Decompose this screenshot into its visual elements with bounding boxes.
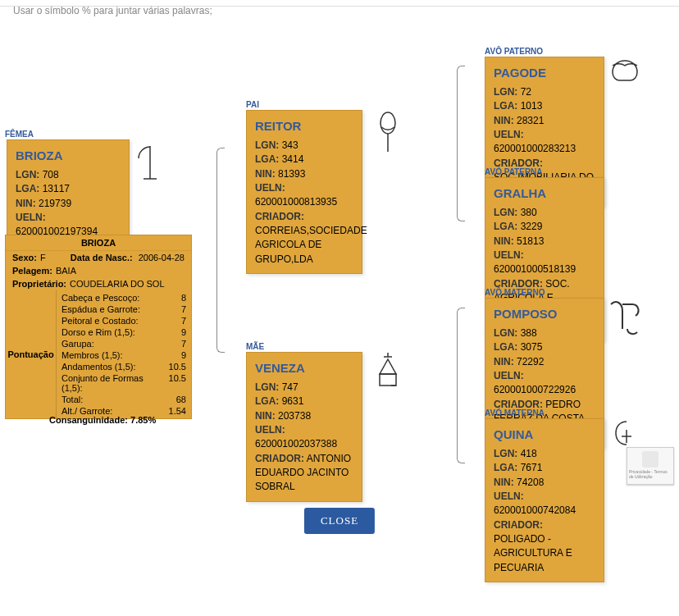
brand-mae-icon [374,353,402,398]
pedigree-layout: FÊMEA BRIOZA LGN: 708 LGA: 13117 NIN: 21… [0,16,679,541]
bracket-maternal [457,308,465,463]
pontuacao-row: Cabeça e Pescoço:8 [62,292,186,303]
pontuacao-row: Garupa:7 [62,338,186,349]
brand-avop-icon [609,57,640,97]
bracket-parent [216,148,225,353]
pontuacao-row: Membros (1,5):9 [62,349,186,361]
consang: Consanguinidade: 7.85% [49,415,156,425]
label-avom: AVÔ MATERNO [485,288,545,297]
close-button[interactable]: CLOSE [304,508,375,534]
card-avoma: QUINA LGN: 418 LGA: 7671 NIN: 74208 UELN… [485,418,604,582]
pontuacao-row: Conjunto de Formas (1,5):10.5 [62,372,186,394]
card-pai: REITOR LGN: 343 LGA: 3414 NIN: 81393 UEL… [246,110,362,274]
details-header: BRIOZA [6,235,191,251]
label-pai: PAI [246,100,259,109]
pontuacao-label: Pontuação [6,290,57,418]
brand-avom-icon [609,299,642,339]
pontuacao-row: Peitoral e Costado:7 [62,315,186,326]
label-femea: FÊMEA [5,130,34,139]
pontuacao-row: Andamentos (1,5):10.5 [62,361,186,372]
bracket-paternal [457,66,465,221]
hint-text: Usar o símbolo % para juntar várias pala… [0,5,679,16]
femea-name: BRIOZA [16,147,121,165]
label-avop: AVÔ PATERNO [485,47,543,56]
label-avoma: AVÓ MATERNA [485,408,545,418]
card-mae: VENEZA LGN: 747 LGA: 9631 NIN: 203738 UE… [246,352,362,502]
recaptcha-badge: Privacidade - Termos de Utilização [627,447,674,485]
recaptcha-icon [642,451,658,468]
svg-point-0 [381,112,395,134]
pontuacao-row: Total:68 [62,394,186,405]
label-avopa: AVÓ PATERNA [485,167,543,176]
brand-femea-icon [134,144,166,189]
pontuacao-row: Espádua e Garrote:7 [62,303,186,315]
pontuacao-row: Dorso e Rim (1,5):9 [62,326,186,338]
brand-pai-icon [376,111,400,156]
pontuacao-table: Cabeça e Pescoço:8Espádua e Garrote:7Pei… [57,290,191,418]
details-panel: BRIOZA Sexo:FData de Nasc.: 2006-04-28 P… [5,235,192,419]
label-mae: MÃE [246,342,264,351]
